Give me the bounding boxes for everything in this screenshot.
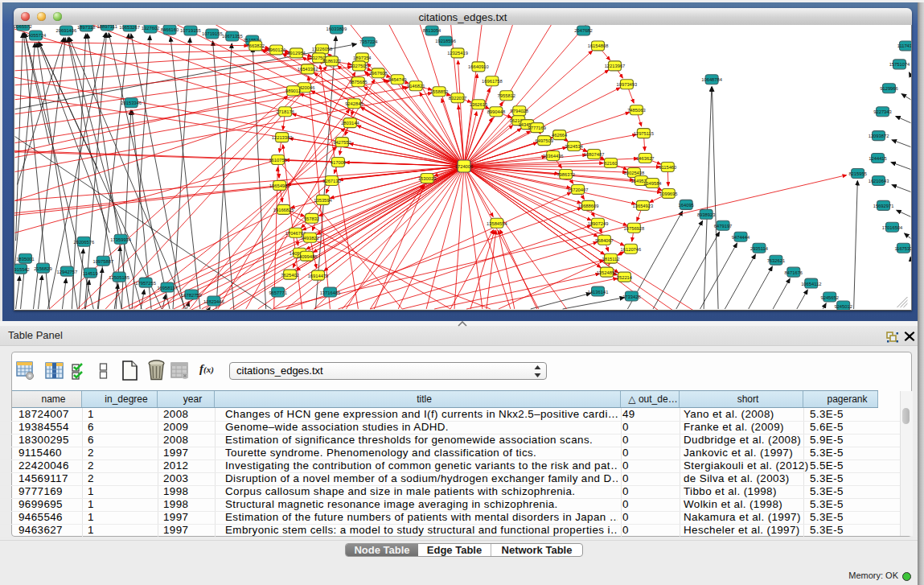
svg-text:8471676: 8471676: [785, 270, 803, 275]
svg-text:16782759: 16782759: [181, 293, 202, 298]
svg-text:1327602: 1327602: [142, 26, 159, 31]
svg-text:16914479: 16914479: [308, 274, 329, 278]
svg-text:9227343: 9227343: [873, 109, 891, 114]
svg-text:16961758: 16961758: [482, 79, 503, 84]
svg-text:1724006: 1724006: [455, 164, 473, 169]
svg-text:10807487: 10807487: [584, 152, 605, 157]
svg-text:9115460: 9115460: [659, 165, 676, 170]
svg-text:18907249: 18907249: [588, 221, 609, 226]
svg-text:13584554: 13584554: [487, 221, 507, 226]
svg-text:15751074: 15751074: [889, 62, 910, 67]
svg-text:8938923: 8938923: [697, 212, 715, 217]
svg-text:14099485: 14099485: [297, 254, 318, 259]
svg-text:1530023: 1530023: [418, 176, 436, 181]
svg-text:1362615: 1362615: [470, 102, 487, 107]
svg-text:13524851: 13524851: [597, 270, 618, 275]
svg-text:8454749: 8454749: [388, 77, 406, 82]
svg-text:10975887: 10975887: [92, 259, 113, 264]
svg-text:16210643: 16210643: [869, 179, 889, 183]
svg-text:114519: 114519: [83, 271, 98, 276]
svg-text:1353594: 1353594: [314, 198, 332, 203]
svg-text:1099695: 1099695: [659, 192, 677, 196]
svg-text:8215955: 8215955: [848, 171, 866, 176]
svg-text:16640910: 16640910: [468, 64, 489, 69]
svg-text:15720407: 15720407: [568, 187, 589, 192]
svg-text:1117437: 1117437: [897, 43, 912, 48]
svg-text:2967608: 2967608: [369, 71, 387, 76]
svg-text:12975115: 12975115: [634, 131, 654, 136]
svg-text:3624534: 3624534: [565, 144, 583, 149]
svg-text:164095: 164095: [679, 203, 694, 208]
svg-text:16154808: 16154808: [588, 43, 609, 48]
svg-text:20206576: 20206576: [74, 240, 95, 245]
svg-text:9794028: 9794028: [511, 109, 528, 113]
svg-text:8186323: 8186323: [322, 59, 340, 64]
svg-text:10653267: 10653267: [119, 25, 140, 29]
svg-text:12213967: 12213967: [605, 64, 626, 68]
svg-text:557832: 557832: [304, 216, 319, 221]
svg-text:417006: 417006: [331, 160, 346, 165]
svg-text:1610755: 1610755: [269, 158, 286, 163]
svg-text:10688609: 10688609: [578, 204, 599, 208]
svg-text:20691406: 20691406: [56, 28, 77, 33]
svg-text:10719155: 10719155: [202, 31, 223, 36]
svg-text:462664: 462664: [552, 133, 568, 138]
svg-text:9242845: 9242845: [345, 101, 363, 106]
svg-text:3493822: 3493822: [301, 236, 318, 241]
svg-text:19166825: 19166825: [273, 208, 294, 212]
svg-text:2718176: 2718176: [276, 109, 294, 114]
svg-text:7663822: 7663822: [247, 43, 265, 48]
svg-text:1558852: 1558852: [430, 89, 448, 94]
svg-text:10756928: 10756928: [624, 226, 645, 231]
svg-text:9129966: 9129966: [880, 86, 897, 91]
svg-text:3875685: 3875685: [349, 80, 367, 84]
svg-text:7632621: 7632621: [767, 258, 785, 263]
svg-text:2047682: 2047682: [574, 28, 592, 33]
svg-text:13226058: 13226058: [312, 47, 333, 51]
svg-text:12213383: 12213383: [272, 135, 293, 140]
svg-text:12505185: 12505185: [109, 275, 129, 280]
svg-text:16120746: 16120746: [621, 247, 642, 252]
svg-text:8466160: 8466160: [161, 27, 179, 32]
svg-text:2156829: 2156829: [34, 266, 51, 271]
svg-text:12325419: 12325419: [447, 51, 468, 56]
svg-text:15692971: 15692971: [873, 204, 894, 208]
svg-text:7357224: 7357224: [359, 39, 378, 44]
svg-text:7955812: 7955812: [498, 93, 515, 98]
svg-text:1835001: 1835001: [16, 257, 34, 262]
svg-text:13716485: 13716485: [320, 290, 341, 295]
svg-text:1897318: 1897318: [77, 25, 95, 29]
svg-text:7625402: 7625402: [281, 273, 298, 278]
svg-text:8960124: 8960124: [267, 47, 285, 52]
svg-text:9245652: 9245652: [820, 295, 838, 300]
svg-text:9777169: 9777169: [528, 126, 546, 130]
svg-text:17359934: 17359934: [110, 237, 131, 242]
svg-text:10648784: 10648784: [701, 77, 722, 82]
svg-text:16033809: 16033809: [326, 27, 347, 31]
svg-text:17957255: 17957255: [135, 281, 156, 286]
svg-text:3915542: 3915542: [14, 267, 30, 272]
svg-text:8990448: 8990448: [487, 109, 505, 114]
svg-text:1349584: 1349584: [643, 181, 662, 186]
svg-text:14136141: 14136141: [588, 290, 609, 295]
svg-text:1244415: 1244415: [869, 156, 886, 161]
svg-text:9474444: 9474444: [732, 235, 750, 240]
svg-text:8322037: 8322037: [449, 96, 466, 101]
svg-text:9657771: 9657771: [269, 290, 286, 295]
svg-text:1463627: 1463627: [636, 156, 654, 161]
svg-text:1167533: 1167533: [894, 246, 912, 251]
svg-text:9684067: 9684067: [595, 238, 613, 243]
svg-text:10025438: 10025438: [624, 171, 645, 175]
svg-text:2803144: 2803144: [341, 121, 359, 126]
svg-text:252214: 252214: [617, 275, 633, 280]
svg-text:9427552: 9427552: [333, 140, 351, 145]
svg-text:10958117: 10958117: [157, 286, 177, 290]
svg-text:17016504: 17016504: [882, 225, 903, 230]
svg-text:8813054: 8813054: [423, 28, 441, 33]
svg-text:13654923: 13654923: [633, 204, 654, 208]
svg-text:989012: 989012: [285, 89, 301, 93]
svg-text:14055724: 14055724: [26, 33, 47, 38]
svg-text:7485063: 7485063: [627, 108, 645, 113]
svg-text:18897311: 18897311: [97, 25, 117, 28]
svg-text:7986372: 7986372: [556, 172, 574, 177]
